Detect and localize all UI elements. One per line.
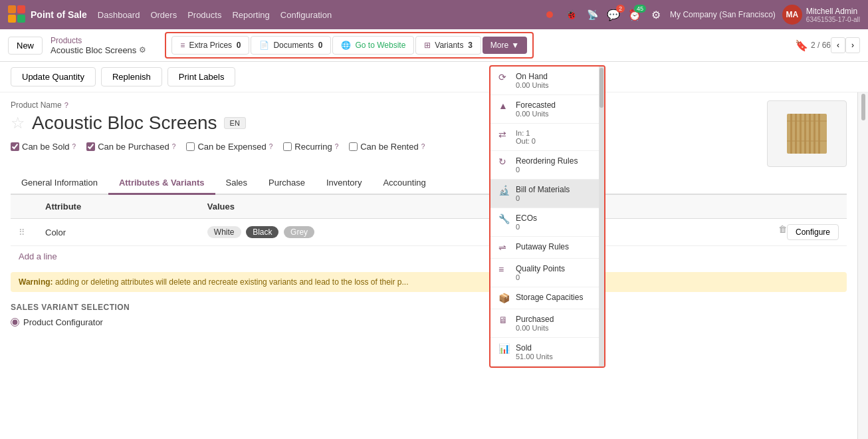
user-id: 63451535-17-0-all — [806, 16, 860, 23]
dropdown-item-storage[interactable]: 📦 Storage Capacities — [490, 287, 604, 309]
chevron-down-icon: ▼ — [511, 41, 519, 50]
actions-col-header — [592, 195, 847, 219]
update-quantity-button[interactable]: Update Quantity — [11, 67, 96, 86]
recurring-checkbox[interactable]: Recurring ? — [283, 142, 338, 152]
dropdown-item-ecos[interactable]: 🔧 ECOs 0 — [490, 208, 604, 237]
tab-inventory[interactable]: Inventory — [316, 172, 372, 195]
can-be-sold-checkbox[interactable]: Can be Sold ? — [11, 142, 76, 152]
app-logo[interactable]: Point of Sale — [8, 5, 87, 24]
on-hand-icon: ⟳ — [498, 72, 510, 82]
page-content-area: Product Name ? ☆ Acoustic Bloc Screens E… — [0, 92, 857, 439]
dropdown-item-sold[interactable]: 📊 Sold 51.00 Units — [490, 338, 604, 366]
more-dropdown-menu: ⟳ On Hand 0.00 Units ▲ Forecasted 0.00 U… — [489, 65, 605, 368]
documents-button[interactable]: 📄 Documents 0 — [251, 36, 331, 55]
sold-icon: 📊 — [498, 343, 510, 354]
breadcrumb-gear-icon[interactable]: ⚙ — [139, 45, 146, 55]
dropdown-item-purchased[interactable]: 🖥 Purchased 0.00 Units — [490, 309, 604, 338]
tab-general-information[interactable]: General Information — [11, 172, 108, 195]
drag-col-header — [11, 195, 37, 219]
tab-attributes-variants[interactable]: Attributes & Variants — [108, 172, 215, 195]
product-tabs: General Information Attributes & Variant… — [11, 172, 847, 195]
svg-rect-10 — [814, 114, 815, 154]
debug-icon[interactable]: 🐞 — [564, 7, 578, 22]
can-be-rented-checkbox[interactable]: Can be Rented ? — [349, 142, 425, 152]
tab-purchase[interactable]: Purchase — [258, 172, 316, 195]
tab-accounting[interactable]: Accounting — [372, 172, 436, 195]
svg-rect-13 — [787, 140, 827, 142]
putaway-icon: ⇌ — [498, 242, 510, 253]
right-scrollbar[interactable] — [857, 92, 868, 439]
menu-configuration[interactable]: Configuration — [280, 10, 332, 20]
breadcrumb-parent[interactable]: Products — [51, 36, 146, 45]
purchased-icon: 🖥 — [498, 315, 510, 325]
next-page-button[interactable]: › — [845, 37, 860, 53]
product-name-help-icon[interactable]: ? — [64, 101, 68, 109]
main-menu: Dashboard Orders Products Reporting Conf… — [98, 10, 332, 20]
rented-help-icon[interactable]: ? — [421, 143, 425, 150]
pagination-info: 2 / 66 — [811, 41, 831, 50]
dropdown-item-on-hand[interactable]: ⟳ On Hand 0.00 Units — [490, 67, 604, 95]
attribute-col-header: Attribute — [37, 195, 199, 219]
can-be-expensed-checkbox[interactable]: Can be Expensed ? — [186, 142, 272, 152]
status-dot-red[interactable] — [542, 7, 557, 22]
chat-icon[interactable]: 💬 2 — [606, 7, 621, 22]
svg-rect-4 — [787, 114, 827, 154]
main-content: Product Name ? ☆ Acoustic Bloc Screens E… — [0, 92, 868, 439]
user-menu[interactable]: MA Mitchell Admin 63451535-17-0-all — [782, 5, 860, 25]
page-actions-bar: Update Quantity Replenish Print Labels — [0, 62, 868, 92]
expensed-help-icon[interactable]: ? — [269, 143, 273, 150]
network-icon[interactable]: 📡 — [585, 7, 599, 22]
bookmark-icon[interactable]: 🔖 — [795, 39, 808, 52]
configure-button[interactable]: Configure — [787, 224, 839, 240]
new-button[interactable]: New — [8, 37, 43, 55]
replenish-button[interactable]: Replenish — [101, 67, 162, 86]
product-image-svg — [780, 107, 833, 160]
sold-help-icon[interactable]: ? — [72, 143, 76, 150]
variants-button[interactable]: ⊞ Variants 3 — [415, 36, 481, 55]
warning-message: Warning: adding or deleting attributes w… — [11, 272, 847, 292]
add-line-link[interactable]: Add a line — [11, 246, 847, 267]
storage-icon: 📦 — [498, 293, 510, 303]
drag-handle-icon[interactable]: ⠿ — [19, 227, 25, 237]
go-to-website-button[interactable]: 🌐 Go to Website — [332, 36, 414, 55]
dropdown-scrollbar[interactable] — [599, 67, 604, 366]
purchased-help-icon[interactable]: ? — [172, 143, 176, 150]
product-configurator-label: Product Configurator — [23, 317, 103, 327]
top-right-actions: 🐞 📡 💬 2 ⏰ 45 ⚙ My Company (San Francisco… — [542, 5, 860, 25]
dropdown-item-reordering[interactable]: ↻ Reordering Rules 0 — [490, 151, 604, 180]
svg-rect-0 — [8, 5, 16, 13]
quality-icon: ≡ — [498, 264, 510, 275]
in-out-icon: ⇄ — [498, 129, 510, 140]
more-button[interactable]: More ▼ — [483, 37, 527, 54]
print-labels-button[interactable]: Print Labels — [167, 67, 236, 86]
can-be-purchased-checkbox[interactable]: Can be Purchased ? — [86, 142, 175, 152]
menu-reporting[interactable]: Reporting — [232, 10, 269, 20]
extra-prices-button[interactable]: ≡ Extra Prices 0 — [171, 36, 249, 55]
dropdown-item-in-out[interactable]: ⇄ In: 1 Out: 0 — [490, 124, 604, 151]
recurring-help-icon[interactable]: ? — [335, 143, 339, 150]
dropdown-item-forecasted[interactable]: ▲ Forecasted 0.00 Units — [490, 95, 604, 124]
menu-products[interactable]: Products — [187, 10, 221, 20]
user-name: Mitchell Admin — [806, 7, 860, 16]
dropdown-scroll-thumb — [599, 68, 603, 108]
product-image[interactable] — [767, 100, 847, 167]
product-configurator-radio[interactable]: Product Configurator — [11, 317, 847, 327]
dropdown-item-quality[interactable]: ≡ Quality Points 0 — [490, 259, 604, 287]
settings-icon[interactable]: ⚙ — [649, 7, 663, 22]
favorite-star-icon[interactable]: ☆ — [11, 114, 25, 132]
svg-rect-6 — [795, 114, 797, 154]
tag-black: Black — [246, 226, 278, 238]
language-badge[interactable]: EN — [224, 117, 246, 129]
prev-page-button[interactable]: ‹ — [831, 37, 845, 53]
table-row: ⠿ Color White Black Grey Configure 🗑 — [11, 219, 847, 246]
app-name: Point of Sale — [31, 9, 87, 20]
dropdown-item-bom[interactable]: 🔬 Bill of Materials 0 — [490, 180, 604, 208]
menu-orders[interactable]: Orders — [150, 10, 177, 20]
activity-icon[interactable]: ⏰ 45 — [627, 7, 642, 22]
svg-rect-5 — [790, 114, 792, 154]
tab-sales[interactable]: Sales — [215, 172, 259, 195]
product-flags-row: Can be Sold ? Can be Purchased ? Can be … — [11, 142, 767, 152]
delete-row-icon[interactable]: 🗑 — [778, 224, 787, 234]
dropdown-item-putaway[interactable]: ⇌ Putaway Rules — [490, 237, 604, 259]
menu-dashboard[interactable]: Dashboard — [98, 10, 140, 20]
